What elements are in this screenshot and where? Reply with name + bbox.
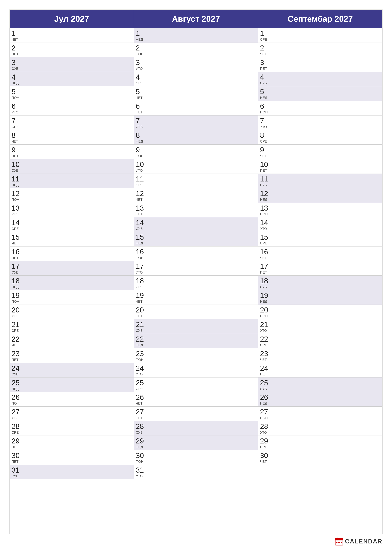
day-number: 10 bbox=[12, 161, 20, 168]
day-number: 30 bbox=[12, 452, 20, 460]
day-name: ПОН bbox=[260, 212, 268, 216]
day-content bbox=[277, 407, 382, 421]
day-number: 14 bbox=[136, 219, 144, 227]
day-content bbox=[153, 130, 258, 145]
day-number: 4 bbox=[136, 73, 140, 81]
day-row: 13ПОН bbox=[258, 203, 382, 217]
day-number: 27 bbox=[260, 408, 268, 416]
day-cell: 27ПЕТ bbox=[134, 407, 153, 421]
day-name: УТО bbox=[12, 314, 19, 318]
day-content bbox=[29, 261, 134, 275]
day-number: 1 bbox=[260, 29, 264, 37]
day-name: ЧЕТ bbox=[260, 52, 267, 56]
day-number: 26 bbox=[12, 393, 20, 401]
day-row: 11СРЕ bbox=[134, 174, 258, 188]
day-cell: 15НЕД bbox=[134, 232, 153, 246]
day-number: 19 bbox=[12, 292, 20, 299]
day-number: 5 bbox=[12, 88, 16, 96]
day-row: 24СУБ bbox=[10, 363, 134, 378]
calendar-grid: Јул 20271ЧЕТ2ПЕТ3СУБ4НЕД5ПОН6УТО7СРЕ8ЧЕТ… bbox=[9, 9, 383, 534]
day-cell: 23ЧЕТ bbox=[258, 348, 277, 363]
month-header-0: Јул 2027 bbox=[10, 10, 134, 28]
day-name: ПЕТ bbox=[12, 154, 19, 158]
day-cell: 5ЧЕТ bbox=[134, 86, 153, 101]
day-number: 27 bbox=[136, 408, 144, 416]
day-name: ЧЕТ bbox=[136, 198, 143, 201]
day-row: 22ЧЕТ bbox=[10, 334, 134, 348]
day-row: 16ПОН bbox=[134, 247, 258, 261]
day-number: 3 bbox=[260, 58, 264, 67]
day-number: 8 bbox=[260, 131, 264, 139]
day-row: 7СУБ bbox=[134, 116, 258, 130]
day-content bbox=[277, 217, 382, 232]
day-content bbox=[153, 86, 258, 101]
day-name: СРЕ bbox=[260, 241, 267, 245]
day-name: СУБ bbox=[136, 227, 143, 231]
day-number: 3 bbox=[12, 58, 16, 67]
day-content bbox=[277, 319, 382, 334]
day-cell: 17УТО bbox=[134, 261, 153, 275]
day-number: 16 bbox=[136, 248, 144, 256]
day-row: 11НЕД bbox=[10, 174, 134, 188]
day-content bbox=[29, 363, 134, 377]
day-content bbox=[153, 203, 258, 217]
day-row: 8ЧЕТ bbox=[10, 130, 134, 145]
day-name: УТО bbox=[136, 169, 143, 172]
day-name: ЧЕТ bbox=[12, 343, 18, 347]
day-name: СУБ bbox=[260, 81, 267, 85]
day-row: 9ПЕТ bbox=[10, 145, 134, 159]
day-row: 8НЕД bbox=[134, 130, 258, 145]
day-row: 12ЧЕТ bbox=[134, 188, 258, 203]
day-number: 18 bbox=[136, 277, 144, 285]
day-row: 1СРЕ bbox=[258, 28, 382, 43]
day-name: СУБ bbox=[136, 125, 143, 129]
month-column-0: Јул 20271ЧЕТ2ПЕТ3СУБ4НЕД5ПОН6УТО7СРЕ8ЧЕТ… bbox=[10, 10, 134, 534]
day-row: 2ПОН bbox=[134, 43, 258, 57]
day-content bbox=[277, 86, 382, 101]
day-row: 27ПОН bbox=[258, 407, 382, 421]
day-content bbox=[29, 159, 134, 174]
day-content bbox=[29, 72, 134, 86]
day-name: ПЕТ bbox=[12, 358, 19, 362]
day-content bbox=[277, 101, 382, 115]
day-cell: 25СУБ bbox=[258, 378, 277, 392]
day-number: 18 bbox=[260, 277, 268, 285]
day-name: СРЕ bbox=[260, 38, 267, 41]
day-row: 21СУБ bbox=[134, 319, 258, 334]
day-cell: 17СУБ bbox=[10, 261, 29, 275]
day-row: 29ЧЕТ bbox=[10, 436, 134, 450]
day-content bbox=[29, 145, 134, 159]
day-name: ПЕТ bbox=[12, 460, 19, 463]
day-cell: 6ПОН bbox=[258, 101, 277, 115]
day-number: 7 bbox=[136, 117, 140, 125]
day-content bbox=[277, 174, 382, 188]
calendar-brand: CALENDAR bbox=[335, 537, 383, 546]
day-name: НЕД bbox=[136, 241, 143, 245]
day-cell: 28СРЕ bbox=[10, 421, 29, 436]
day-row: 22НЕД bbox=[134, 334, 258, 348]
day-name: СРЕ bbox=[12, 431, 19, 434]
day-cell: 4СРЕ bbox=[134, 72, 153, 86]
day-content bbox=[29, 305, 134, 319]
day-content bbox=[153, 232, 258, 246]
day-number: 15 bbox=[136, 233, 144, 241]
day-name: ПОН bbox=[136, 460, 143, 463]
day-row: 23ЧЕТ bbox=[258, 348, 382, 363]
day-name: ЧЕТ bbox=[136, 96, 143, 100]
day-number: 18 bbox=[12, 277, 20, 285]
day-number: 17 bbox=[260, 262, 268, 270]
day-content bbox=[29, 465, 134, 479]
day-row: 10УТО bbox=[134, 159, 258, 174]
month-header-1: Август 2027 bbox=[134, 10, 258, 28]
day-cell: 20ПЕТ bbox=[134, 305, 153, 319]
day-cell: 24ПЕТ bbox=[258, 363, 277, 377]
day-cell: 28СУБ bbox=[134, 421, 153, 436]
day-content bbox=[153, 145, 258, 159]
day-row: 31УТО bbox=[134, 465, 258, 479]
day-name: ЧЕТ bbox=[260, 154, 267, 158]
day-row: 15СРЕ bbox=[258, 232, 382, 247]
day-content bbox=[277, 450, 382, 465]
day-name: СРЕ bbox=[136, 387, 143, 391]
day-cell: 21СУБ bbox=[134, 319, 153, 334]
day-content bbox=[277, 57, 382, 72]
